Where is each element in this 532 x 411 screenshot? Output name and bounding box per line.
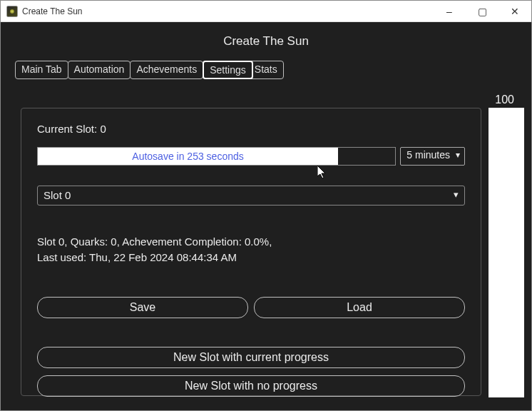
autosave-interval-select[interactable]: 5 minutes: [400, 147, 465, 166]
app-window: Create The Sun – ▢ ✕ Create The Sun Main…: [0, 0, 532, 411]
autosave-row: Autosave in 253 seconds 5 minutes: [37, 147, 465, 166]
current-slot-value: 0: [100, 123, 106, 135]
save-button[interactable]: Save: [37, 297, 248, 318]
current-slot-text: Current Slot:: [37, 123, 97, 135]
autosave-interval-value: 5 minutes: [406, 149, 450, 161]
slot-info: Slot 0, Quarks: 0, Achevement Completion…: [37, 234, 465, 265]
autosave-label: Autosave in 253 seconds: [38, 148, 338, 165]
resource-meter: [488, 108, 524, 397]
app-title: Create The Sun: [1, 22, 531, 61]
app-icon: [6, 6, 18, 17]
tab-bar: Main Tab Automation Achevements Settings…: [1, 61, 531, 79]
tab-settings[interactable]: Settings: [203, 61, 253, 79]
tab-achievements[interactable]: Achevements: [130, 61, 203, 79]
new-slot-buttons: New Slot with current progress New Slot …: [37, 347, 465, 397]
tab-stats[interactable]: Stats: [248, 61, 284, 79]
slot-info-line1: Slot 0, Quarks: 0, Achevement Completion…: [37, 234, 465, 250]
close-button[interactable]: ✕: [498, 1, 531, 22]
tab-automation[interactable]: Automation: [68, 61, 131, 79]
titlebar: Create The Sun – ▢ ✕: [1, 1, 531, 22]
save-load-row: Save Load: [37, 297, 465, 318]
settings-panel: Current Slot: 0 Autosave in 253 seconds …: [21, 108, 481, 396]
current-slot-label: Current Slot: 0: [37, 123, 465, 135]
window-title: Create The Sun: [22, 6, 433, 16]
app-body: Create The Sun Main Tab Automation Achev…: [1, 22, 531, 410]
load-button[interactable]: Load: [254, 297, 465, 318]
autosave-progress: Autosave in 253 seconds: [37, 147, 396, 166]
resource-value: 100: [495, 93, 514, 106]
maximize-button[interactable]: ▢: [466, 1, 498, 22]
minimize-button[interactable]: –: [433, 1, 466, 22]
tab-main[interactable]: Main Tab: [15, 61, 68, 79]
slot-info-line2: Last used: Thu, 22 Feb 2024 08:44:34 AM: [37, 250, 465, 265]
new-slot-current-button[interactable]: New Slot with current progress: [37, 347, 465, 368]
slot-select[interactable]: Slot 0: [37, 186, 465, 206]
new-slot-none-button[interactable]: New Slot with no progress: [37, 375, 465, 397]
slot-select-value: Slot 0: [44, 189, 71, 201]
